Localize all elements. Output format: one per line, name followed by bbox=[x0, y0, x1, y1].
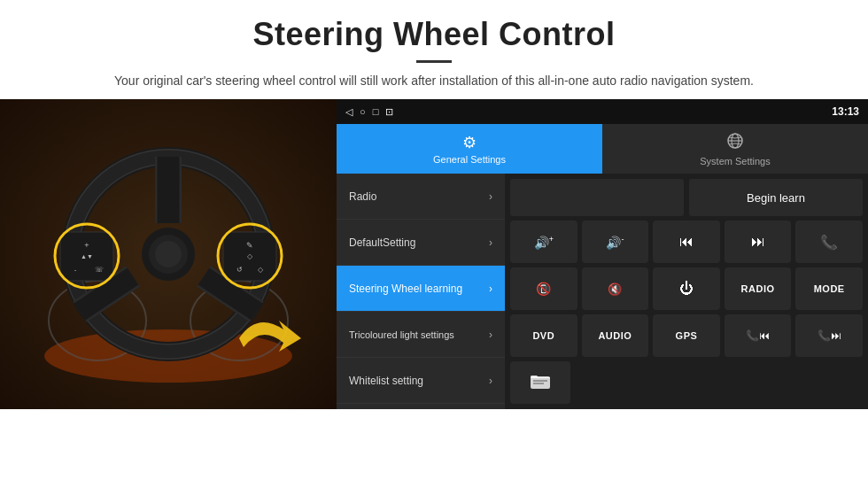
phone-icon: 📞 bbox=[820, 234, 838, 251]
vol-down-button[interactable]: 🔊- bbox=[582, 221, 649, 263]
svg-text:◇: ◇ bbox=[258, 266, 264, 274]
menu-icon[interactable]: ⊡ bbox=[385, 106, 393, 118]
prev-combined-button[interactable]: 📞⏮ bbox=[725, 314, 792, 357]
right-control-panel: Begin learn 🔊+ 🔊- ⏮ bbox=[505, 174, 868, 409]
next-combined-icon: 📞⏭ bbox=[818, 329, 841, 342]
dvd-label: DVD bbox=[532, 330, 554, 341]
power-button[interactable]: ⏻ bbox=[653, 267, 720, 310]
content-area: + ▲▼ - ☏ ✎ ◇ ↺ ◇ ◁ bbox=[0, 99, 868, 409]
begin-learn-row: Begin learn bbox=[510, 179, 863, 216]
home-icon[interactable]: ○ bbox=[360, 106, 366, 117]
ctrl-row-1: 🔊+ 🔊- ⏮ ⏭ 📞 bbox=[510, 221, 863, 263]
svg-text:↺: ↺ bbox=[236, 266, 243, 274]
status-bar: ◁ ○ □ ⊡ 13:13 bbox=[337, 99, 868, 124]
gear-icon: ⚙ bbox=[462, 133, 477, 152]
mute-button[interactable]: 🔇 bbox=[582, 267, 649, 310]
dvd-button[interactable]: DVD bbox=[510, 314, 577, 357]
chevron-icon: › bbox=[489, 329, 492, 341]
car-image-area: + ▲▼ - ☏ ✎ ◇ ↺ ◇ bbox=[0, 99, 337, 409]
top-section: Steering Wheel Control Your original car… bbox=[0, 0, 868, 99]
nav-icons: ◁ ○ □ ⊡ bbox=[345, 106, 393, 118]
gps-button[interactable]: GPS bbox=[653, 314, 720, 357]
svg-text:☏: ☏ bbox=[95, 266, 104, 274]
phone-button[interactable]: 📞 bbox=[795, 221, 863, 263]
svg-rect-30 bbox=[531, 376, 550, 389]
android-panel: ◁ ○ □ ⊡ 13:13 ⚙ General Settings bbox=[337, 99, 868, 409]
mode-label: MODE bbox=[814, 283, 845, 294]
tab-bar: ⚙ General Settings System Settings bbox=[337, 124, 868, 174]
prev-track-icon: ⏮ bbox=[679, 234, 694, 250]
audio-button[interactable]: AUDIO bbox=[582, 314, 649, 357]
folder-button[interactable] bbox=[510, 361, 570, 404]
chevron-icon: › bbox=[489, 283, 492, 295]
prev-track-button[interactable]: ⏮ bbox=[653, 221, 720, 263]
menu-tricoloured[interactable]: Tricoloured light settings › bbox=[337, 312, 505, 358]
title-divider bbox=[416, 60, 452, 63]
svg-text:✎: ✎ bbox=[246, 241, 253, 250]
car-image: + ▲▼ - ☏ ✎ ◇ ↺ ◇ bbox=[0, 99, 337, 409]
arrow-svg bbox=[230, 303, 319, 374]
status-time: 13:13 bbox=[832, 105, 859, 118]
next-combined-button[interactable]: 📞⏭ bbox=[795, 314, 863, 357]
vol-up-button[interactable]: 🔊+ bbox=[510, 221, 577, 263]
prev-combined-icon: 📞⏮ bbox=[746, 329, 770, 342]
recents-icon[interactable]: □ bbox=[373, 106, 379, 117]
ctrl-row-2: 📵 🔇 ⏻ RADIO MODE bbox=[510, 267, 863, 310]
chevron-icon: › bbox=[489, 375, 492, 387]
vol-down-icon: 🔊- bbox=[606, 235, 624, 250]
vol-up-icon: 🔊+ bbox=[534, 235, 554, 250]
tab-system-label: System Settings bbox=[700, 156, 770, 166]
folder-icon bbox=[530, 372, 551, 394]
next-track-button[interactable]: ⏭ bbox=[725, 221, 792, 263]
power-icon: ⏻ bbox=[679, 281, 694, 297]
empty-space bbox=[575, 361, 863, 404]
menu-radio[interactable]: Radio › bbox=[337, 174, 505, 220]
radio-button[interactable]: RADIO bbox=[725, 267, 792, 310]
page-subtitle: Your original car's steering wheel contr… bbox=[35, 72, 833, 90]
tab-general-label: General Settings bbox=[433, 154, 506, 165]
audio-label: AUDIO bbox=[598, 330, 632, 341]
learn-empty-slot bbox=[510, 179, 684, 216]
svg-text:▲▼: ▲▼ bbox=[81, 253, 93, 259]
svg-point-14 bbox=[155, 241, 182, 267]
back-icon[interactable]: ◁ bbox=[345, 106, 353, 118]
menu-default-setting[interactable]: DefaultSetting › bbox=[337, 220, 505, 266]
panel-body: Radio › DefaultSetting › Steering Wheel … bbox=[337, 174, 868, 409]
ctrl-row-3: DVD AUDIO GPS 📞⏮ 📞⏭ bbox=[510, 314, 863, 357]
globe-icon bbox=[726, 132, 744, 154]
svg-text:◇: ◇ bbox=[247, 252, 253, 260]
gps-label: GPS bbox=[676, 330, 698, 341]
page-title: Steering Wheel Control bbox=[35, 16, 833, 53]
next-track-icon: ⏭ bbox=[751, 234, 765, 250]
tab-general-settings[interactable]: ⚙ General Settings bbox=[337, 124, 602, 174]
chevron-icon: › bbox=[489, 190, 492, 203]
ctrl-row-4 bbox=[510, 361, 863, 404]
svg-text:+: + bbox=[84, 241, 89, 250]
menu-steering-wheel[interactable]: Steering Wheel learning › bbox=[337, 266, 505, 312]
tab-system-settings[interactable]: System Settings bbox=[602, 124, 868, 174]
chevron-icon: › bbox=[489, 236, 492, 249]
menu-whitelist[interactable]: Whitelist setting › bbox=[337, 358, 505, 404]
left-menu: Radio › DefaultSetting › Steering Wheel … bbox=[337, 174, 505, 409]
svg-text:-: - bbox=[74, 266, 77, 274]
hang-up-button[interactable]: 📵 bbox=[510, 267, 577, 310]
hang-up-icon: 📵 bbox=[536, 282, 551, 296]
radio-label: RADIO bbox=[741, 283, 775, 294]
control-grid: 🔊+ 🔊- ⏮ ⏭ 📞 bbox=[510, 221, 863, 404]
mute-icon: 🔇 bbox=[608, 283, 622, 296]
begin-learn-button[interactable]: Begin learn bbox=[689, 179, 863, 216]
mode-button[interactable]: MODE bbox=[795, 267, 863, 310]
